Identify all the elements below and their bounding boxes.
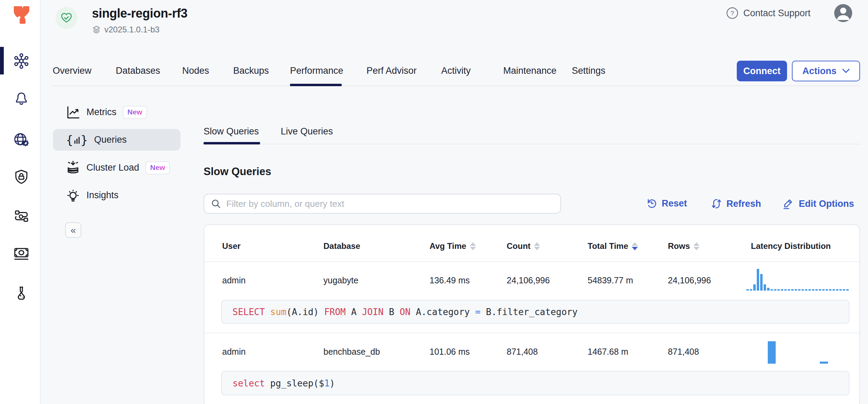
contact-support-label: Contact Support bbox=[743, 8, 810, 19]
tab-performance[interactable]: Performance bbox=[290, 65, 343, 76]
refresh-icon bbox=[711, 198, 722, 210]
cell-total-time: 1467.68 m bbox=[588, 347, 628, 357]
sidebar-item-billing[interactable] bbox=[13, 245, 30, 262]
help-icon: ? bbox=[726, 7, 738, 19]
edit-options-label: Edit Options bbox=[799, 199, 854, 209]
column-header-latency-distribution: Latency Distribution bbox=[751, 241, 831, 251]
insights-icon bbox=[66, 188, 80, 203]
column-header-user: User bbox=[222, 241, 240, 251]
query-sql: SELECT sum(A.id) FROM A JOIN B ON A.cate… bbox=[232, 307, 578, 317]
column-header-rows[interactable]: Rows bbox=[668, 241, 700, 251]
new-badge-metrics: New bbox=[123, 106, 147, 119]
subtabs-divider bbox=[204, 144, 860, 144]
cell-avg-time: 136.49 ms bbox=[430, 275, 470, 285]
table-header-divider bbox=[204, 261, 860, 262]
sidebar-item-alerts[interactable] bbox=[13, 90, 30, 107]
cell-rows: 24,106,996 bbox=[668, 275, 711, 285]
row-divider bbox=[204, 333, 860, 333]
tab-activity[interactable]: Activity bbox=[441, 65, 471, 76]
tab-settings[interactable]: Settings bbox=[572, 65, 606, 76]
edit-icon bbox=[783, 198, 794, 210]
queries-icon: {} bbox=[66, 133, 88, 147]
new-badge-cluster-load: New bbox=[145, 161, 170, 174]
contact-support-button[interactable]: ? Contact Support bbox=[726, 7, 810, 19]
sidenav-item-metrics[interactable]: Metrics New bbox=[53, 101, 180, 123]
filter-input-container bbox=[204, 194, 561, 214]
cluster-version: v2025.1.0.1-b3 bbox=[92, 25, 159, 34]
slow-queries-table: User Database Avg Time Count Total Time … bbox=[204, 224, 860, 404]
cell-avg-time: 101.06 ms bbox=[430, 347, 470, 357]
latency-histogram bbox=[746, 341, 850, 364]
cell-count: 24,106,996 bbox=[507, 275, 550, 285]
page-title: single-region-rf3 bbox=[92, 6, 187, 21]
filter-input[interactable] bbox=[226, 199, 554, 209]
query-sql: select pg_sleep($1) bbox=[232, 378, 335, 388]
active-subtab-underline bbox=[204, 142, 260, 144]
tab-perf-advisor[interactable]: Perf Advisor bbox=[366, 65, 417, 76]
sidenav-label-queries: Queries bbox=[94, 134, 127, 145]
sidenav-item-queries[interactable]: {} Queries bbox=[53, 129, 180, 151]
reset-button[interactable]: Reset bbox=[646, 198, 687, 209]
latency-histogram bbox=[746, 269, 849, 291]
heart-check-icon bbox=[61, 12, 72, 23]
collapse-sidenav-button[interactable]: « bbox=[65, 222, 81, 238]
sort-icon[interactable] bbox=[534, 242, 540, 250]
active-tab-underline bbox=[290, 84, 342, 86]
sidenav-label-insights: Insights bbox=[86, 190, 118, 201]
connect-button[interactable]: Connect bbox=[737, 61, 787, 81]
actions-button[interactable]: Actions bbox=[792, 61, 860, 81]
sidenav-item-insights[interactable]: Insights bbox=[53, 184, 180, 206]
sort-icon[interactable] bbox=[693, 242, 700, 250]
svg-text:?: ? bbox=[731, 10, 734, 17]
reset-label: Reset bbox=[662, 198, 687, 209]
search-icon bbox=[211, 199, 221, 209]
version-label: v2025.1.0.1-b3 bbox=[104, 25, 159, 34]
edit-options-button[interactable]: Edit Options bbox=[783, 198, 854, 210]
sidenav-label-metrics: Metrics bbox=[86, 107, 116, 118]
query-text-box[interactable]: select pg_sleep($1) bbox=[221, 371, 849, 395]
layers-icon bbox=[92, 25, 101, 34]
yugabyte-logo-icon[interactable] bbox=[12, 5, 30, 25]
tab-overview[interactable]: Overview bbox=[53, 65, 92, 76]
tab-nodes[interactable]: Nodes bbox=[182, 65, 209, 76]
tab-maintenance[interactable]: Maintenance bbox=[503, 65, 557, 76]
column-header-database: Database bbox=[323, 241, 360, 251]
sidenav-label-cluster-load: Cluster Load bbox=[86, 162, 139, 173]
refresh-button[interactable]: Refresh bbox=[711, 198, 761, 210]
cell-count: 871,408 bbox=[507, 347, 538, 357]
tab-databases[interactable]: Databases bbox=[116, 65, 160, 76]
sidebar-item-labs[interactable] bbox=[13, 285, 30, 301]
subtab-live-queries[interactable]: Live Queries bbox=[281, 126, 333, 137]
tab-backups[interactable]: Backups bbox=[233, 65, 269, 76]
slow-queries-heading: Slow Queries bbox=[204, 165, 271, 178]
sidebar-item-network[interactable] bbox=[13, 131, 30, 148]
cell-user: admin bbox=[222, 347, 246, 357]
actions-label: Actions bbox=[802, 66, 836, 77]
sort-icon-active[interactable] bbox=[632, 242, 638, 250]
sidebar-item-clusters[interactable] bbox=[13, 53, 30, 69]
cell-database: yugabyte bbox=[323, 275, 358, 285]
cell-rows: 871,408 bbox=[668, 347, 699, 357]
sort-icon[interactable] bbox=[470, 242, 476, 250]
column-header-avg-time[interactable]: Avg Time bbox=[430, 241, 476, 251]
cell-user: admin bbox=[222, 275, 246, 285]
sidebar-item-integrations[interactable] bbox=[13, 208, 30, 224]
column-header-total-time[interactable]: Total Time bbox=[588, 241, 638, 251]
chevron-down-icon bbox=[842, 69, 850, 73]
active-rail-indicator bbox=[0, 47, 4, 74]
metrics-icon bbox=[66, 105, 80, 120]
cluster-health-badge bbox=[55, 7, 78, 29]
query-text-box[interactable]: SELECT sum(A.id) FROM A JOIN B ON A.cate… bbox=[221, 300, 849, 324]
reset-icon bbox=[646, 198, 657, 209]
sidebar-item-security[interactable] bbox=[13, 169, 30, 185]
subtab-slow-queries[interactable]: Slow Queries bbox=[204, 126, 259, 137]
cell-database: benchbase_db bbox=[323, 347, 380, 357]
column-header-count[interactable]: Count bbox=[507, 241, 540, 251]
tabs-divider bbox=[52, 85, 860, 86]
cell-total-time: 54839.77 m bbox=[588, 275, 633, 285]
user-avatar[interactable] bbox=[834, 4, 852, 22]
cluster-load-icon bbox=[66, 160, 80, 175]
sidenav-item-cluster-load[interactable]: Cluster Load New bbox=[53, 157, 180, 179]
refresh-label: Refresh bbox=[726, 199, 761, 209]
